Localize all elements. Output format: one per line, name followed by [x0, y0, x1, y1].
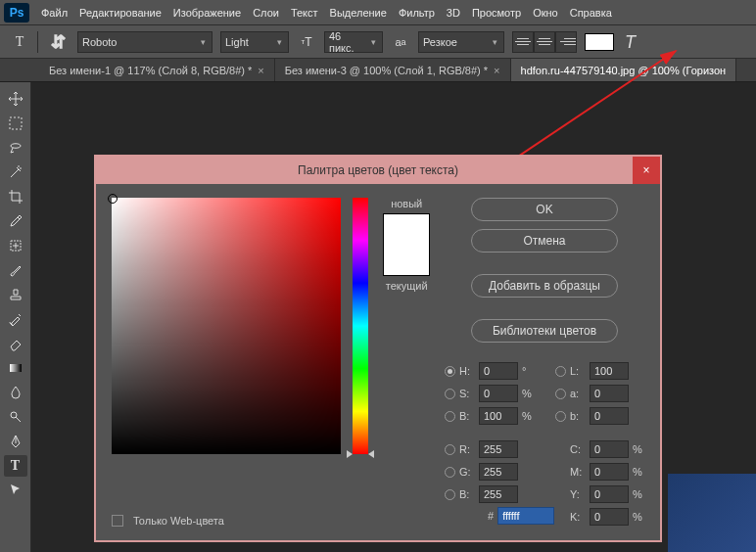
close-icon[interactable]: ×	[258, 65, 263, 76]
r-input[interactable]: 255	[479, 440, 518, 458]
m-input[interactable]: 0	[590, 463, 629, 481]
menu-help[interactable]: Справка	[570, 7, 612, 19]
chevron-down-icon: ▾	[490, 37, 499, 47]
c-label: C:	[570, 443, 586, 455]
hash-label: #	[488, 510, 494, 522]
new-current-color-swatch[interactable]	[383, 213, 430, 276]
document-tab[interactable]: hdfon.ru-447579140.jpg @ 100% (Горизон	[511, 59, 737, 81]
menu-type[interactable]: Текст	[291, 7, 318, 19]
aa-icon: aa	[391, 31, 410, 53]
tab-label: hdfon.ru-447579140.jpg @ 100% (Горизон	[521, 65, 727, 76]
ok-button[interactable]: OK	[471, 198, 618, 221]
brush-tool[interactable]	[4, 259, 27, 281]
text-color-swatch[interactable]	[585, 33, 614, 51]
move-tool[interactable]	[4, 88, 27, 110]
add-swatch-button[interactable]: Добавить в образцы	[471, 274, 618, 298]
align-center-button[interactable]	[534, 31, 555, 53]
healing-tool[interactable]	[4, 235, 27, 256]
hue-marker-icon	[368, 450, 374, 458]
document-tab[interactable]: Без имени-1 @ 117% (Слой 8, RGB/8#) * ×	[39, 59, 275, 81]
path-selection-tool[interactable]	[4, 480, 27, 501]
menu-window[interactable]: Окно	[533, 7, 558, 19]
bri-radio[interactable]	[445, 411, 455, 422]
text-align-group	[512, 31, 577, 53]
a-input[interactable]: 0	[590, 385, 629, 402]
l-radio[interactable]	[555, 366, 566, 377]
marquee-tool[interactable]	[4, 113, 27, 134]
eyedropper-tool[interactable]	[4, 210, 27, 232]
menubar: Ps Файл Редактирование Изображение Слои …	[0, 0, 756, 25]
font-weight-value: Light	[225, 36, 274, 48]
close-icon[interactable]: ×	[494, 65, 499, 76]
web-only-checkbox[interactable]	[112, 515, 123, 527]
warp-text-button[interactable]: T	[622, 31, 645, 53]
stamp-tool[interactable]	[4, 284, 27, 305]
c-input[interactable]: 0	[590, 440, 629, 458]
svg-rect-2	[10, 117, 22, 129]
pct-unit: %	[522, 410, 534, 422]
deg-unit: °	[522, 365, 534, 377]
eraser-tool[interactable]	[4, 333, 27, 354]
document-tab[interactable]: Без имени-3 @ 100% (Слой 1, RGB/8#) * ×	[275, 59, 511, 81]
b3-radio[interactable]	[555, 411, 566, 422]
menu-view[interactable]: Просмотр	[472, 7, 521, 19]
h-label: H:	[459, 365, 475, 377]
font-weight-combo[interactable]: Light ▾	[220, 31, 289, 53]
b-label: B:	[459, 410, 475, 422]
crop-tool[interactable]	[4, 186, 27, 207]
menu-3d[interactable]: 3D	[447, 7, 460, 19]
lasso-tool[interactable]	[4, 137, 27, 159]
b3-input[interactable]: 0	[590, 407, 629, 425]
l-input[interactable]: 100	[590, 362, 629, 380]
color-libraries-button[interactable]: Библиотеки цветов	[471, 319, 618, 343]
menu-image[interactable]: Изображение	[173, 7, 241, 19]
b-input[interactable]: 100	[479, 407, 518, 425]
close-button[interactable]: ×	[633, 157, 660, 184]
text-orientation-button[interactable]: ⇵	[46, 31, 70, 53]
b2-input[interactable]: 255	[479, 485, 518, 503]
g-input[interactable]: 255	[479, 463, 518, 481]
g-radio[interactable]	[445, 467, 455, 478]
type-tool[interactable]: T	[4, 455, 27, 477]
saturation-value-field[interactable]	[112, 198, 341, 454]
menu-file[interactable]: Файл	[41, 7, 68, 19]
font-size-combo[interactable]: 46 пикс. ▾	[324, 31, 383, 53]
document-canvas[interactable]	[668, 474, 756, 552]
hex-input[interactable]: ffffff	[497, 507, 554, 525]
s-input[interactable]: 0	[479, 385, 518, 402]
k-input[interactable]: 0	[590, 508, 629, 526]
antialias-combo[interactable]: Резкое ▾	[418, 31, 504, 53]
active-tool-indicator: T	[10, 32, 29, 52]
tools-panel: T	[0, 82, 31, 552]
font-family-value: Roboto	[82, 36, 198, 48]
pct-unit: %	[522, 388, 534, 399]
r-radio[interactable]	[445, 444, 455, 455]
gradient-tool[interactable]	[4, 357, 27, 379]
menu-layer[interactable]: Слои	[253, 7, 279, 19]
pen-tool[interactable]	[4, 431, 27, 452]
document-tabs: Без имени-1 @ 117% (Слой 8, RGB/8#) * × …	[0, 59, 756, 82]
y-input[interactable]: 0	[590, 485, 629, 503]
a-radio[interactable]	[555, 389, 566, 399]
align-left-button[interactable]	[512, 31, 534, 53]
h-input[interactable]: 0	[479, 362, 518, 380]
sat-radio[interactable]	[445, 389, 455, 399]
hue-radio[interactable]	[445, 366, 455, 377]
menu-edit[interactable]: Редактирование	[79, 7, 162, 19]
y-label: Y:	[570, 488, 586, 500]
font-family-combo[interactable]: Roboto ▾	[77, 31, 213, 53]
dodge-tool[interactable]	[4, 406, 27, 428]
menu-filter[interactable]: Фильтр	[399, 7, 435, 19]
menu-select[interactable]: Выделение	[330, 7, 387, 19]
cancel-button[interactable]: Отмена	[471, 229, 618, 253]
dialog-titlebar[interactable]: Палитра цветов (цвет текста) ×	[96, 157, 660, 184]
new-color-label: новый	[391, 198, 422, 209]
b2-radio[interactable]	[445, 489, 455, 500]
align-right-button[interactable]	[555, 31, 577, 53]
blur-tool[interactable]	[4, 382, 27, 403]
r-label: R:	[459, 443, 475, 455]
magic-wand-tool[interactable]	[4, 161, 27, 183]
divider	[37, 31, 38, 53]
history-brush-tool[interactable]	[4, 308, 27, 330]
hue-slider[interactable]	[353, 198, 368, 454]
